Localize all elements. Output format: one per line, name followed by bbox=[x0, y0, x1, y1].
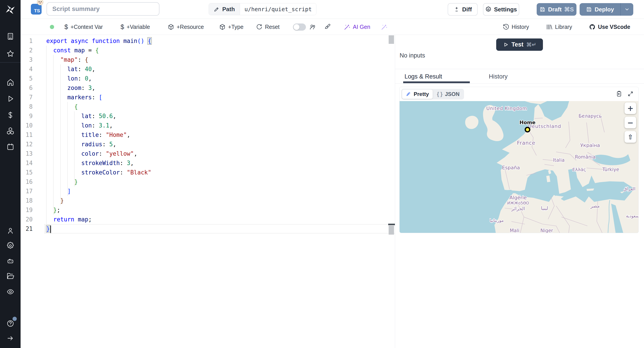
map-marker-home[interactable] bbox=[525, 128, 530, 132]
path-value: u/henri/quiet_script bbox=[240, 3, 316, 15]
sidebar-item-folder-open-icon[interactable] bbox=[5, 271, 15, 281]
view-json[interactable]: { }JSON bbox=[433, 90, 463, 99]
line-number: 12 bbox=[20, 140, 33, 149]
tab-logs-result[interactable]: Logs & Result bbox=[404, 73, 442, 80]
no-inputs-label: No inputs bbox=[400, 52, 425, 59]
view-pretty[interactable]: Pretty bbox=[402, 90, 433, 99]
map-zoom-in-button[interactable]: + bbox=[624, 102, 636, 114]
pencil-icon bbox=[214, 6, 220, 12]
sidebar-item-gear-icon[interactable] bbox=[5, 241, 15, 250]
sidebar-item-arrow-right-icon[interactable] bbox=[5, 333, 15, 343]
code-line-12[interactable]: 12 radius: 5, bbox=[20, 140, 395, 149]
test-button[interactable]: Test ⌘↵ bbox=[496, 38, 543, 51]
line-number: 7 bbox=[20, 92, 33, 102]
windmill-logo-icon[interactable] bbox=[5, 4, 16, 15]
code-line-11[interactable]: 11 title: "Home", bbox=[20, 130, 395, 140]
line-number: 8 bbox=[20, 102, 33, 112]
code-line-5[interactable]: 5 lon: 0, bbox=[20, 74, 395, 83]
sidebar-item-home-icon[interactable] bbox=[5, 77, 15, 87]
code-line-9[interactable]: 9 lat: 50.6, bbox=[20, 112, 395, 121]
sidebar-item-help-icon[interactable] bbox=[5, 318, 15, 328]
multiplayer-toggle[interactable] bbox=[293, 24, 306, 31]
line-number: 21 bbox=[20, 224, 33, 234]
code-line-4[interactable]: 4 lat: 40, bbox=[20, 64, 395, 74]
map-country-label: الجزائر bbox=[511, 206, 525, 211]
line-number: 17 bbox=[20, 186, 33, 196]
diff-button[interactable]: Diff bbox=[448, 3, 478, 16]
code-line-18[interactable]: 18 } bbox=[20, 196, 395, 205]
deploy-button[interactable]: Deploy bbox=[580, 3, 633, 16]
users-icon bbox=[310, 24, 316, 30]
sidebar-item-eye-icon[interactable] bbox=[5, 287, 15, 296]
add-type-button[interactable]: +Type bbox=[219, 19, 244, 35]
sparkles-icon bbox=[381, 24, 388, 30]
map-country-label: Ελλάς bbox=[572, 167, 586, 172]
draft-shortcut: ⌘S bbox=[564, 6, 574, 13]
line-number: 4 bbox=[20, 64, 33, 74]
line-number: 16 bbox=[20, 177, 33, 186]
code-line-7[interactable]: 7 markers: [ bbox=[20, 92, 395, 102]
code-line-16[interactable]: 16 } bbox=[20, 177, 395, 186]
map-country-label: ليبيا bbox=[541, 206, 548, 211]
code-line-10[interactable]: 10 lon: 3.1, bbox=[20, 121, 395, 130]
map-zoom-out-button[interactable]: − bbox=[624, 117, 636, 128]
ai-fix-button[interactable] bbox=[381, 19, 388, 35]
package-icon bbox=[219, 24, 226, 30]
map-country-label: España bbox=[502, 165, 520, 170]
code-line-20[interactable]: 20 return map; bbox=[20, 215, 395, 224]
sidebar-item-calendar-icon[interactable] bbox=[5, 142, 15, 152]
add-context-var-button[interactable]: $+Context Var bbox=[64, 19, 103, 35]
reset-button[interactable]: Reset bbox=[256, 19, 280, 35]
code-line-13[interactable]: 13 color: "yellow", bbox=[20, 149, 395, 158]
sidebar-item-play-icon[interactable] bbox=[5, 94, 15, 104]
line-number: 9 bbox=[20, 112, 33, 121]
map-fit-bounds-button[interactable]: ⇧ bbox=[624, 131, 636, 143]
map-country-label: Беларусь bbox=[578, 114, 602, 119]
map-country-label: Italia bbox=[553, 158, 564, 163]
sidebar-item-star-icon[interactable] bbox=[5, 48, 15, 58]
tab-history[interactable]: History bbox=[489, 73, 508, 80]
code-line-2[interactable]: 2 const map = { bbox=[20, 46, 395, 55]
paintbrush-icon bbox=[324, 24, 331, 30]
code-line-19[interactable]: 19 }; bbox=[20, 205, 395, 215]
sidebar-item-building-icon[interactable] bbox=[5, 31, 15, 41]
library-button[interactable]: Library bbox=[546, 19, 572, 35]
code-line-6[interactable]: 6 zoom: 3, bbox=[20, 83, 395, 92]
code-line-15[interactable]: 15 strokeColor: "Black" bbox=[20, 168, 395, 177]
code-line-17[interactable]: 17 ] bbox=[20, 186, 395, 196]
add-resource-button[interactable]: +Resource bbox=[168, 19, 204, 35]
code-line-14[interactable]: 14 strokeWidth: 3, bbox=[20, 158, 395, 168]
active-tab-underline bbox=[403, 82, 470, 83]
history-button[interactable]: History bbox=[503, 19, 529, 35]
history-icon bbox=[503, 24, 509, 30]
code-line-1[interactable]: 1export async function main() { bbox=[20, 36, 395, 46]
ai-gen-button[interactable]: AI Gen bbox=[344, 19, 370, 35]
map-country-label: United Kingdom bbox=[486, 106, 527, 111]
draft-button[interactable]: Draft⌘S bbox=[537, 3, 576, 16]
sidebar-item-dollar-icon[interactable] bbox=[5, 110, 15, 120]
map-country-label: مصر bbox=[590, 203, 600, 209]
editor-scrollbar[interactable] bbox=[389, 35, 394, 44]
expand-icon[interactable] bbox=[627, 90, 634, 97]
settings-button[interactable]: Settings bbox=[483, 3, 519, 16]
code-line-21[interactable]: 21} bbox=[20, 224, 395, 234]
play-icon bbox=[503, 42, 508, 48]
result-view-switch: Pretty { }JSON bbox=[402, 89, 464, 100]
copy-to-clipboard-icon[interactable] bbox=[616, 90, 622, 97]
line-number: 5 bbox=[20, 74, 33, 83]
format-button[interactable] bbox=[324, 19, 331, 35]
use-vscode-button[interactable]: Use VScode bbox=[589, 19, 630, 35]
line-number: 15 bbox=[20, 168, 33, 177]
sidebar-item-boxes-icon[interactable] bbox=[5, 126, 15, 136]
code-line-3[interactable]: 3 "map": { bbox=[20, 55, 395, 64]
path-group[interactable]: Path u/henri/quiet_script bbox=[209, 3, 316, 15]
code-editor[interactable]: 1export async function main() {2 const m… bbox=[20, 35, 395, 348]
sidebar-divider bbox=[0, 62, 20, 62]
chevron-down-icon[interactable] bbox=[621, 6, 633, 12]
sidebar-item-user-icon[interactable] bbox=[5, 226, 15, 236]
script-summary-input[interactable] bbox=[46, 2, 160, 16]
code-line-8[interactable]: 8 { bbox=[20, 102, 395, 112]
add-variable-button[interactable]: $+Variable bbox=[120, 19, 150, 35]
result-map[interactable]: United KingdomБеларусьDeutschlandFranceУ… bbox=[400, 101, 638, 233]
sidebar-item-robot-icon[interactable] bbox=[5, 256, 15, 266]
